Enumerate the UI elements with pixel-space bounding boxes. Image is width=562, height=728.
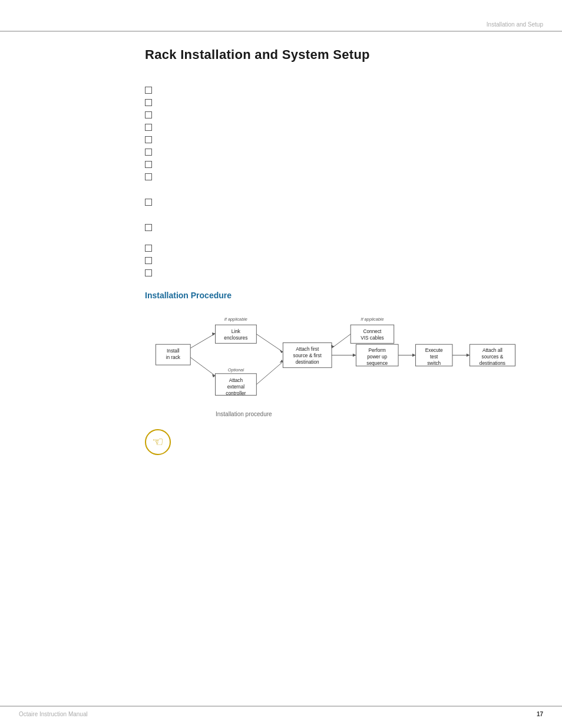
footer-manual-name: Octaire Instruction Manual	[19, 711, 88, 717]
svg-text:Perform: Perform	[369, 348, 386, 353]
checkbox-7[interactable]	[145, 161, 152, 168]
diagram-container: If applicable If applicable Optional Ins…	[145, 312, 527, 417]
header-section-label: Installation and Setup	[487, 21, 543, 28]
flow-diagram: If applicable If applicable Optional Ins…	[145, 312, 546, 409]
list-item	[145, 111, 527, 118]
checkbox-9[interactable]	[145, 199, 152, 206]
list-item	[145, 160, 527, 168]
main-content: Rack Installation and System Setup	[145, 47, 527, 455]
svg-line-28	[332, 334, 351, 348]
svg-line-6	[190, 334, 215, 348]
svg-text:Link: Link	[232, 329, 241, 334]
list-item	[145, 173, 527, 180]
list-item	[145, 256, 527, 264]
svg-marker-43	[467, 354, 470, 357]
svg-text:Optional: Optional	[228, 367, 244, 373]
list-item	[145, 198, 527, 206]
svg-text:Install: Install	[167, 348, 180, 354]
svg-text:Connect: Connect	[363, 329, 382, 334]
checklist-group-3	[145, 223, 527, 231]
svg-text:Attach first: Attach first	[296, 347, 319, 352]
svg-line-19	[256, 362, 283, 385]
checkbox-6[interactable]	[145, 149, 152, 156]
footer-page-number: 17	[537, 711, 543, 717]
svg-text:destination: destination	[296, 360, 319, 365]
bottom-line	[0, 706, 562, 707]
checkbox-5[interactable]	[145, 136, 152, 143]
svg-text:Attach: Attach	[229, 378, 243, 383]
spacer-3	[145, 236, 527, 244]
checkbox-8[interactable]	[145, 173, 152, 180]
diagram-caption: Installation procedure	[216, 411, 527, 417]
spacer-2	[145, 210, 527, 223]
svg-text:destinations: destinations	[480, 361, 505, 366]
checklist-group-1	[145, 86, 527, 180]
checklist-group-2	[145, 198, 527, 206]
list-item	[145, 86, 527, 94]
svg-text:VIS cables: VIS cables	[361, 335, 384, 341]
svg-text:If applicable: If applicable	[224, 317, 247, 322]
checkbox-11[interactable]	[145, 245, 152, 252]
svg-text:power up: power up	[367, 354, 387, 360]
warning-hand-icon: ☜	[152, 434, 164, 450]
svg-text:source & first: source & first	[293, 353, 322, 358]
svg-text:sequence: sequence	[366, 361, 388, 366]
checkbox-1[interactable]	[145, 87, 152, 94]
svg-text:sources &: sources &	[482, 354, 504, 360]
warning-icon: ☜	[145, 429, 171, 455]
svg-marker-37	[412, 354, 416, 357]
list-item	[145, 244, 527, 252]
page-title: Rack Installation and System Setup	[145, 47, 527, 62]
svg-marker-31	[353, 354, 356, 357]
svg-text:enclosures: enclosures	[224, 335, 247, 341]
list-item	[145, 123, 527, 131]
warning-icon-area: ☜	[145, 429, 527, 455]
svg-text:Execute: Execute	[425, 348, 443, 353]
svg-line-17	[256, 334, 283, 352]
svg-text:Attach all: Attach all	[482, 348, 503, 353]
checkbox-13[interactable]	[145, 269, 152, 276]
svg-text:switch: switch	[427, 361, 441, 366]
checkbox-12[interactable]	[145, 257, 152, 264]
checkbox-10[interactable]	[145, 224, 152, 231]
checkbox-4[interactable]	[145, 124, 152, 131]
svg-text:test: test	[430, 354, 438, 360]
list-item	[145, 148, 527, 156]
svg-text:in rack: in rack	[166, 355, 181, 360]
list-item	[145, 269, 527, 276]
svg-line-8	[190, 357, 215, 375]
flow-svg: If applicable If applicable Optional Ins…	[145, 312, 546, 406]
list-item	[145, 136, 527, 143]
list-item	[145, 223, 527, 231]
list-item	[145, 98, 527, 106]
svg-text:If applicable: If applicable	[361, 317, 384, 322]
checkbox-2[interactable]	[145, 99, 152, 106]
top-line	[0, 31, 562, 32]
installation-procedure-heading: Installation Procedure	[145, 291, 527, 300]
spacer-1	[145, 185, 527, 198]
svg-text:external: external	[227, 384, 245, 390]
checkbox-3[interactable]	[145, 111, 152, 118]
svg-text:controller: controller	[226, 391, 246, 396]
checklist-group-4	[145, 244, 527, 276]
